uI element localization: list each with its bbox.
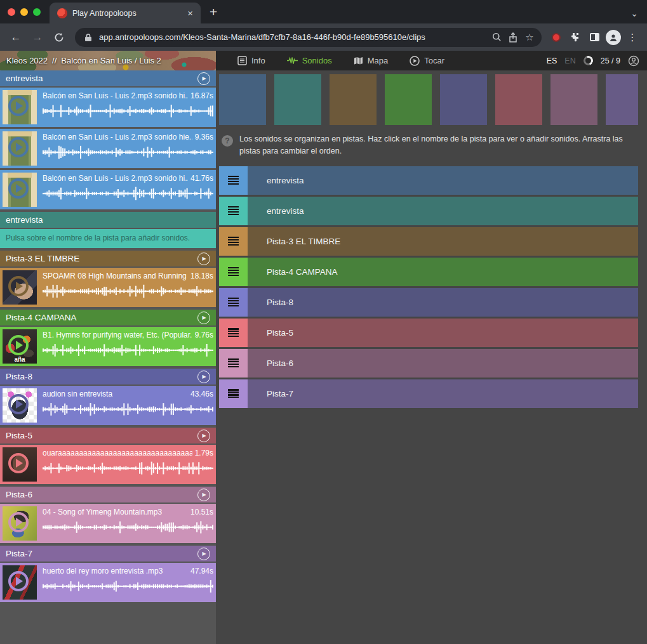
audio-clip[interactable]: Balcón en San Luis - Luis 2.mp3 sonido h… <box>0 88 216 127</box>
track-row-label[interactable]: Pista-4 CAMPANA <box>248 258 638 286</box>
profile-avatar-icon[interactable] <box>605 29 622 46</box>
browser-tab[interactable]: Play Antropoloops × <box>50 3 201 23</box>
track-swatch[interactable] <box>495 74 542 125</box>
clip-play-overlay-icon[interactable] <box>8 96 29 116</box>
drag-handle[interactable] <box>219 288 248 317</box>
track-header[interactable]: entrevista ▶ <box>0 70 216 86</box>
track-row[interactable]: entrevista <box>219 166 638 195</box>
track-row[interactable]: Pista-3 EL TIMBRE <box>219 227 638 256</box>
reload-button[interactable] <box>50 28 69 47</box>
breadcrumb-project[interactable]: Kleos 2022 <box>6 56 48 65</box>
track-swatch[interactable] <box>274 74 321 125</box>
clip-duration: 9.76s <box>195 331 213 339</box>
clip-play-overlay-icon[interactable] <box>8 512 29 532</box>
zoom-window-button[interactable] <box>33 8 41 16</box>
clip-play-overlay-icon[interactable] <box>8 453 29 473</box>
track-header[interactable]: entrevista <box>0 212 216 228</box>
drag-handle-icon <box>228 176 239 185</box>
drag-handle[interactable] <box>219 379 248 408</box>
track-swatch[interactable] <box>550 74 597 125</box>
side-panel-icon[interactable] <box>586 29 603 46</box>
drag-handle[interactable] <box>219 319 248 347</box>
nav-tab-mapa[interactable]: Mapa <box>345 51 397 70</box>
nav-tab-tocar[interactable]: Tocar <box>401 51 453 70</box>
drag-handle[interactable] <box>219 166 248 195</box>
track-row[interactable]: Pista-7 <box>219 379 638 408</box>
track-row-label[interactable]: Pista-5 <box>248 319 638 347</box>
clip-duration: 41.76s <box>190 174 213 183</box>
track-swatch[interactable] <box>385 74 432 125</box>
clip-play-overlay-icon[interactable] <box>8 394 29 414</box>
track-row-label[interactable]: entrevista <box>248 166 638 195</box>
nav-tab-sonidos[interactable]: Sonidos <box>278 51 341 70</box>
window-controls <box>0 0 50 23</box>
track-row[interactable]: Pista-4 CAMPANA <box>219 258 638 286</box>
audio-clip[interactable]: 04 - Song of Yimeng Mountain.mp3 10.51s <box>0 504 216 543</box>
minimize-window-button[interactable] <box>20 8 28 16</box>
track-play-button[interactable]: ▶ <box>197 430 210 442</box>
track-row-label[interactable]: entrevista <box>248 197 638 225</box>
record-extension-icon[interactable] <box>548 29 564 46</box>
audio-clip[interactable]: ouaraaaaaaaaaaaaaaaaaaaaaaaaaaaaaaaaaaaa… <box>0 445 216 484</box>
audio-clip[interactable]: Balcón en San Luis - Luis 2.mp3 sonido h… <box>0 170 216 209</box>
track-row-label[interactable]: Pista-7 <box>248 379 638 408</box>
drag-handle[interactable] <box>219 197 248 225</box>
clip-play-overlay-icon[interactable] <box>8 571 29 591</box>
account-icon[interactable] <box>628 55 639 67</box>
close-window-button[interactable] <box>8 8 15 16</box>
drag-handle[interactable] <box>219 227 248 256</box>
track-header[interactable]: Pista-8 ▶ <box>0 369 216 384</box>
lang-es-button[interactable]: ES <box>547 56 557 65</box>
clip-play-overlay-icon[interactable] <box>8 276 29 296</box>
forward-button[interactable]: → <box>28 28 47 47</box>
tab-close-icon[interactable]: × <box>186 8 194 18</box>
clip-play-overlay-icon[interactable] <box>8 335 29 355</box>
track-header[interactable]: Pista-5 ▶ <box>0 428 216 444</box>
track-header[interactable]: Pista-3 EL TIMBRE ▶ <box>0 251 216 266</box>
audio-clip[interactable]: aña B1. Hymns for purifying water, Etc. … <box>0 327 216 366</box>
audio-clip[interactable]: Balcón en San Luis - Luis 2.mp3 sonido h… <box>0 129 216 168</box>
clip-play-overlay-icon[interactable] <box>8 137 29 157</box>
track-swatch[interactable] <box>330 74 377 125</box>
track-play-button[interactable]: ▶ <box>197 489 210 501</box>
track-swatch[interactable] <box>606 74 638 125</box>
track-swatch[interactable] <box>219 74 266 125</box>
clip-waveform <box>43 520 213 535</box>
extensions-puzzle-icon[interactable] <box>567 29 584 46</box>
back-button[interactable]: ← <box>6 28 25 47</box>
track-header[interactable]: Pista-6 ▶ <box>0 487 216 503</box>
track-header[interactable]: Pista-4 CAMPANA ▶ <box>0 310 216 325</box>
track-row-label[interactable]: Pista-6 <box>248 349 638 378</box>
track-header[interactable]: Pista-7 ▶ <box>0 546 216 562</box>
track-play-button[interactable]: ▶ <box>197 72 210 85</box>
track-row-label[interactable]: Pista-8 <box>248 288 638 317</box>
track-play-button[interactable]: ▶ <box>197 371 210 383</box>
audio-clip[interactable]: SPOAMR 08 High Mountains and Running ...… <box>0 268 216 307</box>
track-swatch[interactable] <box>440 74 487 125</box>
audio-clip[interactable]: audion sin entrevista 43.46s <box>0 386 216 425</box>
bookmark-star-icon[interactable]: ☆ <box>524 32 535 43</box>
drag-handle[interactable] <box>219 349 248 378</box>
track-play-button[interactable]: ▶ <box>197 548 210 560</box>
share-icon[interactable] <box>507 32 519 43</box>
new-tab-button[interactable]: + <box>201 4 226 23</box>
tab-search-chevron-icon[interactable]: ⌄ <box>630 8 638 18</box>
track-play-button[interactable]: ▶ <box>197 312 210 324</box>
url-bar[interactable]: app.antropoloops.com/Kleos-Santa-Marina/… <box>75 28 542 47</box>
clip-play-overlay-icon[interactable] <box>8 178 29 199</box>
url-text[interactable]: app.antropoloops.com/Kleos-Santa-Marina/… <box>99 32 486 42</box>
lang-en-button[interactable]: EN <box>564 56 575 65</box>
track-play-button[interactable]: ▶ <box>197 253 210 265</box>
zoom-page-icon[interactable] <box>491 32 502 43</box>
audio-clip[interactable]: huerto del rey moro entrevista .mp3 47.9… <box>0 563 216 602</box>
sidebar-section-pista-7: Pista-7 ▶ huerto del rey moro entrevista… <box>0 546 216 602</box>
track-row[interactable]: entrevista <box>219 197 638 225</box>
help-question-icon: ? <box>222 135 233 147</box>
track-row[interactable]: Pista-8 <box>219 288 638 317</box>
browser-menu-icon[interactable]: ⋮ <box>624 29 641 46</box>
track-row[interactable]: Pista-5 <box>219 319 638 347</box>
track-row-label[interactable]: Pista-3 EL TIMBRE <box>248 227 638 256</box>
track-row[interactable]: Pista-6 <box>219 349 638 378</box>
drag-handle[interactable] <box>219 258 248 286</box>
nav-tab-info[interactable]: Info <box>229 51 274 70</box>
